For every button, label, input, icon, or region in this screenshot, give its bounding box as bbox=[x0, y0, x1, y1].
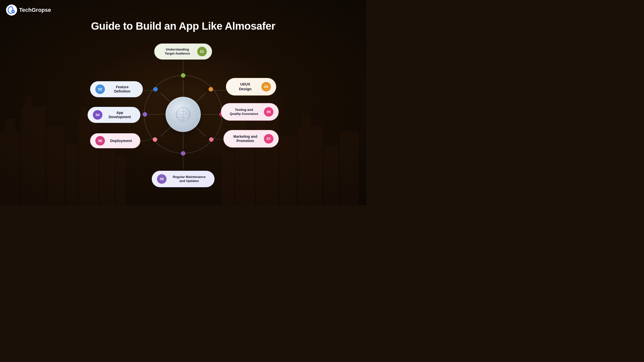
pill-03-label: UI/UXDesign bbox=[231, 82, 259, 92]
svg-point-53 bbox=[181, 116, 183, 117]
pill-06: 06 Deployment bbox=[90, 133, 140, 148]
pill-05-number: 05 bbox=[264, 107, 273, 117]
pill-04-label: AppDevelopment bbox=[104, 111, 135, 119]
center-globe bbox=[166, 97, 201, 132]
svg-point-42 bbox=[153, 137, 157, 142]
svg-point-39 bbox=[181, 73, 185, 78]
pill-06-number: 06 bbox=[95, 136, 105, 146]
pill-06-label: Deployment bbox=[107, 139, 135, 143]
svg-point-54 bbox=[184, 118, 185, 119]
logo: TechGropse bbox=[6, 5, 51, 16]
pill-07-label: Marketing andPromotion bbox=[229, 134, 262, 143]
page-title: Guide to Build an App Like Almosafer bbox=[0, 20, 366, 32]
pill-07: Marketing andPromotion 07 bbox=[223, 130, 279, 148]
pill-03: UI/UXDesign 03 bbox=[226, 78, 276, 96]
svg-point-55 bbox=[180, 113, 181, 114]
pill-08: 08 Regular Maintenanceand Updates bbox=[152, 171, 215, 187]
svg-point-41 bbox=[143, 112, 147, 117]
pill-05-label: Testing andQuality Assurance bbox=[226, 108, 262, 116]
pill-01-number: 01 bbox=[197, 47, 207, 56]
svg-point-46 bbox=[209, 87, 213, 92]
pill-01-label: UnderstandingTarget Audience bbox=[159, 48, 195, 56]
svg-point-52 bbox=[185, 112, 187, 114]
pill-08-label: Regular Maintenanceand Updates bbox=[169, 175, 209, 183]
pill-08-number: 08 bbox=[157, 174, 167, 184]
globe-icon bbox=[173, 104, 193, 124]
pill-04-number: 04 bbox=[93, 110, 102, 120]
pill-01: UnderstandingTarget Audience 01 bbox=[154, 43, 212, 60]
svg-point-44 bbox=[209, 137, 214, 142]
logo-icon bbox=[6, 5, 17, 16]
pill-04: 04 AppDevelopment bbox=[88, 107, 140, 123]
svg-point-40 bbox=[153, 87, 158, 92]
page-content: TechGropse Guide to Build an App Like Al… bbox=[0, 0, 366, 205]
pill-05: Testing andQuality Assurance 05 bbox=[221, 103, 279, 121]
svg-point-43 bbox=[181, 151, 185, 156]
diagram-container: UnderstandingTarget Audience 01 02 Featu… bbox=[75, 39, 291, 190]
pill-03-number: 03 bbox=[261, 82, 271, 92]
pill-02: 02 FeatureDefinition bbox=[90, 81, 143, 97]
pill-02-label: FeatureDefinition bbox=[107, 85, 138, 94]
logo-text: TechGropse bbox=[19, 7, 51, 13]
pill-02-number: 02 bbox=[95, 84, 105, 94]
pill-07-number: 07 bbox=[264, 134, 273, 144]
